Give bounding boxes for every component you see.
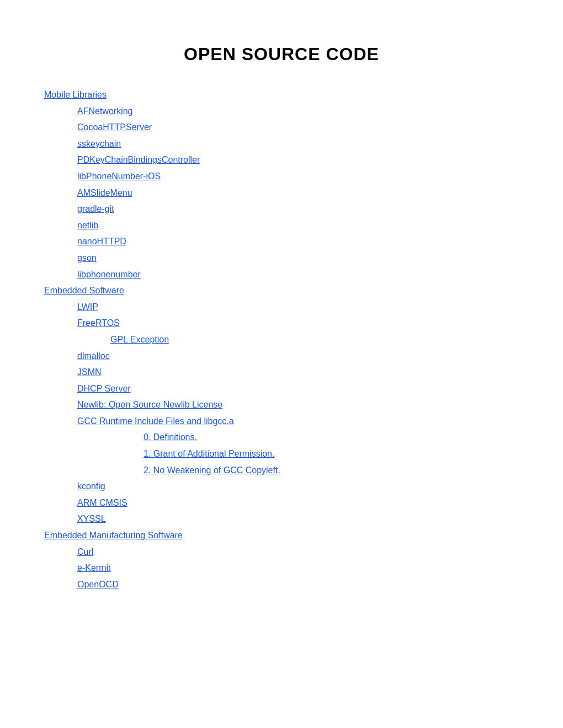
item-link[interactable]: Curl [77, 547, 93, 556]
list-item[interactable]: AFNetworking [44, 103, 519, 120]
item-link[interactable]: CocoaHTTPServer [77, 122, 152, 132]
list-item[interactable]: Curl [44, 544, 519, 560]
list-item[interactable]: FreeRTOS [44, 315, 519, 331]
list-item[interactable]: GCC Runtime Include Files and libgcc.a [44, 413, 519, 430]
item-link[interactable]: sskeychain [77, 139, 121, 148]
section-link[interactable]: Mobile Libraries [44, 90, 107, 99]
item-link[interactable]: ARM CMSIS [77, 498, 128, 507]
list-item[interactable]: 0. Definitions. [44, 429, 519, 446]
item-link[interactable]: DHCP Server [77, 384, 131, 393]
list-item[interactable]: kconfig [44, 478, 519, 495]
section-link[interactable]: Embedded Manufacturing Software [44, 531, 183, 540]
item-link[interactable]: nanoHTTPD [77, 237, 126, 246]
section-header[interactable]: Mobile Libraries [44, 87, 519, 103]
item-link[interactable]: GCC Runtime Include Files and libgcc.a [77, 416, 234, 426]
item-link[interactable]: gradle-git [77, 204, 114, 213]
item-link[interactable]: 0. Definitions. [144, 432, 197, 442]
section-header[interactable]: Embedded Manufacturing Software [44, 527, 519, 544]
item-link[interactable]: kconfig [77, 481, 105, 491]
list-item[interactable]: e-Kermit [44, 560, 519, 576]
item-link[interactable]: e-Kermit [77, 563, 110, 572]
item-link[interactable]: XYSSL [77, 514, 106, 523]
list-item[interactable]: GPL Exception [44, 331, 519, 348]
list-item[interactable]: JSMN [44, 364, 519, 381]
list-item[interactable]: libPhoneNumber-iOS [44, 168, 519, 185]
list-item[interactable]: ARM CMSIS [44, 495, 519, 511]
list-item[interactable]: 1. Grant of Additional Permission. [44, 446, 519, 462]
list-item[interactable]: CocoaHTTPServer [44, 119, 519, 136]
list-item[interactable]: 2. No Weakening of GCC Copyleft. [44, 462, 519, 479]
list-item[interactable]: netlib [44, 217, 519, 234]
list-item[interactable]: Newlib: Open Source Newlib License [44, 397, 519, 413]
list-item[interactable]: gradle-git [44, 201, 519, 217]
item-link[interactable]: 2. No Weakening of GCC Copyleft. [144, 465, 280, 475]
list-item[interactable]: OpenOCD [44, 576, 519, 593]
item-link[interactable]: 1. Grant of Additional Permission. [144, 449, 274, 458]
item-link[interactable]: dlmalloc [77, 351, 110, 361]
list-item[interactable]: gson [44, 250, 519, 266]
list-item[interactable]: AMSlideMenu [44, 185, 519, 201]
item-link[interactable]: Newlib: Open Source Newlib License [77, 400, 222, 409]
list-item[interactable]: LWIP [44, 299, 519, 315]
section-link[interactable]: Embedded Software [44, 286, 124, 295]
item-link[interactable]: netlib [77, 221, 98, 230]
table-of-contents: Mobile LibrariesAFNetworkingCocoaHTTPSer… [44, 87, 519, 592]
list-item[interactable]: DHCP Server [44, 381, 519, 397]
list-item[interactable]: nanoHTTPD [44, 233, 519, 250]
item-link[interactable]: AFNetworking [77, 106, 132, 116]
item-link[interactable]: OpenOCD [77, 580, 119, 589]
list-item[interactable]: libphonenumber [44, 266, 519, 283]
item-link[interactable]: libphonenumber [77, 270, 141, 279]
item-link[interactable]: GPL Exception [110, 335, 169, 344]
list-item[interactable]: dlmalloc [44, 348, 519, 365]
section-header[interactable]: Embedded Software [44, 282, 519, 299]
item-link[interactable]: JSMN [77, 367, 102, 377]
item-link[interactable]: FreeRTOS [77, 318, 120, 328]
list-item[interactable]: sskeychain [44, 136, 519, 152]
item-link[interactable]: gson [77, 253, 97, 263]
item-link[interactable]: libPhoneNumber-iOS [77, 172, 161, 181]
item-link[interactable]: LWIP [77, 302, 98, 312]
list-item[interactable]: XYSSL [44, 511, 519, 527]
list-item[interactable]: PDKeyChainBindingsController [44, 152, 519, 168]
item-link[interactable]: AMSlideMenu [77, 188, 132, 197]
item-link[interactable]: PDKeyChainBindingsController [77, 155, 200, 164]
page-title: OPEN SOURCE CODE [44, 44, 519, 65]
